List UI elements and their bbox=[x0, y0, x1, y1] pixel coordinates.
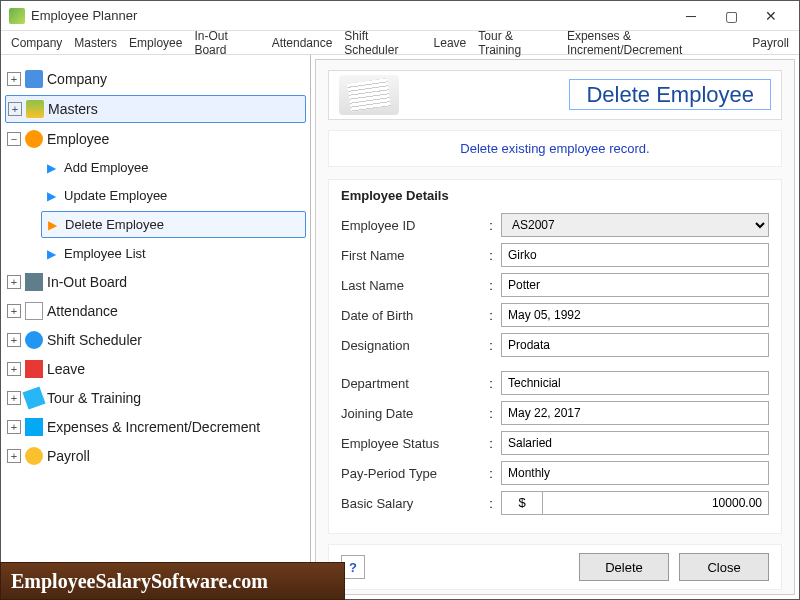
coin-icon bbox=[25, 447, 43, 465]
label-dob: Date of Birth bbox=[341, 308, 481, 323]
first-name-field[interactable] bbox=[501, 243, 769, 267]
button-bar: ? Delete Close bbox=[328, 544, 782, 590]
row-designation: Designation: bbox=[341, 333, 769, 357]
company-icon bbox=[25, 70, 43, 88]
employee-details: Employee Details Employee ID: AS2007 Fir… bbox=[328, 179, 782, 534]
dob-field[interactable] bbox=[501, 303, 769, 327]
calendar-icon bbox=[25, 360, 43, 378]
arrow-icon: ▶ bbox=[47, 161, 56, 175]
expenses-icon bbox=[25, 418, 43, 436]
tree-label: Shift Scheduler bbox=[47, 332, 142, 348]
expand-icon[interactable]: + bbox=[7, 72, 21, 86]
tree-label: Leave bbox=[47, 361, 85, 377]
label-designation: Designation bbox=[341, 338, 481, 353]
plane-icon bbox=[22, 386, 45, 409]
tree-masters[interactable]: +Masters bbox=[5, 95, 306, 123]
page-title-wrap: Delete Employee bbox=[399, 82, 771, 108]
menu-attendance[interactable]: Attendance bbox=[266, 33, 339, 53]
employee-icon bbox=[25, 130, 43, 148]
page-header: Delete Employee bbox=[328, 70, 782, 120]
nav-tree: +Company +Masters −Employee ▶Add Employe… bbox=[1, 55, 311, 599]
content-area: +Company +Masters −Employee ▶Add Employe… bbox=[1, 55, 799, 599]
tree-add-employee[interactable]: ▶Add Employee bbox=[41, 155, 306, 180]
tree-update-employee[interactable]: ▶Update Employee bbox=[41, 183, 306, 208]
row-first-name: First Name: bbox=[341, 243, 769, 267]
expand-icon[interactable]: + bbox=[7, 333, 21, 347]
row-status: Employee Status: bbox=[341, 431, 769, 455]
expand-icon[interactable]: + bbox=[7, 275, 21, 289]
expand-icon[interactable]: + bbox=[7, 420, 21, 434]
app-icon bbox=[9, 8, 25, 24]
tree-tour[interactable]: +Tour & Training bbox=[5, 385, 306, 411]
row-department: Department: bbox=[341, 371, 769, 395]
menu-employee[interactable]: Employee bbox=[123, 33, 188, 53]
tree-label: Employee List bbox=[64, 246, 146, 261]
tree-label: Company bbox=[47, 71, 107, 87]
label-status: Employee Status bbox=[341, 436, 481, 451]
tree-label: Expenses & Increment/Decrement bbox=[47, 419, 260, 435]
tree-label: Add Employee bbox=[64, 160, 149, 175]
attendance-icon bbox=[25, 302, 43, 320]
row-last-name: Last Name: bbox=[341, 273, 769, 297]
tree-attendance[interactable]: +Attendance bbox=[5, 298, 306, 324]
menu-company[interactable]: Company bbox=[5, 33, 68, 53]
masters-icon bbox=[26, 100, 44, 118]
menu-payroll[interactable]: Payroll bbox=[746, 33, 795, 53]
last-name-field[interactable] bbox=[501, 273, 769, 297]
tree-shift[interactable]: +Shift Scheduler bbox=[5, 327, 306, 353]
app-window: Employee Planner ─ ▢ ✕ Company Masters E… bbox=[0, 0, 800, 600]
label-employee-id: Employee ID bbox=[341, 218, 481, 233]
tree-company[interactable]: +Company bbox=[5, 66, 306, 92]
row-joining: Joining Date: bbox=[341, 401, 769, 425]
joining-field[interactable] bbox=[501, 401, 769, 425]
menu-masters[interactable]: Masters bbox=[68, 33, 123, 53]
expand-icon[interactable]: + bbox=[7, 391, 21, 405]
arrow-icon: ▶ bbox=[48, 218, 57, 232]
instruction-text: Delete existing employee record. bbox=[328, 130, 782, 167]
app-title: Employee Planner bbox=[31, 8, 671, 23]
expand-icon[interactable]: + bbox=[8, 102, 22, 116]
tree-payroll[interactable]: +Payroll bbox=[5, 443, 306, 469]
payperiod-field[interactable] bbox=[501, 461, 769, 485]
label-department: Department bbox=[341, 376, 481, 391]
row-employee-id: Employee ID: AS2007 bbox=[341, 213, 769, 237]
tree-inout[interactable]: +In-Out Board bbox=[5, 269, 306, 295]
menubar: Company Masters Employee In-Out Board At… bbox=[1, 31, 799, 55]
tree-label: Tour & Training bbox=[47, 390, 141, 406]
tree-leave[interactable]: +Leave bbox=[5, 356, 306, 382]
tree-label: Delete Employee bbox=[65, 217, 164, 232]
section-title: Employee Details bbox=[341, 188, 769, 203]
tree-employee-list[interactable]: ▶Employee List bbox=[41, 241, 306, 266]
delete-button[interactable]: Delete bbox=[579, 553, 669, 581]
salary-field[interactable] bbox=[543, 491, 769, 515]
designation-field[interactable] bbox=[501, 333, 769, 357]
expand-icon[interactable]: + bbox=[7, 449, 21, 463]
board-icon bbox=[25, 273, 43, 291]
tree-employee[interactable]: −Employee bbox=[5, 126, 306, 152]
tree-expenses[interactable]: +Expenses & Increment/Decrement bbox=[5, 414, 306, 440]
footer-brand: EmployeeSalarySoftware.com bbox=[0, 562, 345, 600]
status-field[interactable] bbox=[501, 431, 769, 455]
tree-label: Update Employee bbox=[64, 188, 167, 203]
tree-label: Masters bbox=[48, 101, 98, 117]
row-dob: Date of Birth: bbox=[341, 303, 769, 327]
tree-delete-employee[interactable]: ▶Delete Employee bbox=[41, 211, 306, 238]
close-button[interactable]: ✕ bbox=[751, 3, 791, 29]
expand-icon[interactable]: + bbox=[7, 304, 21, 318]
currency-symbol: $ bbox=[501, 491, 543, 515]
expand-icon[interactable]: + bbox=[7, 362, 21, 376]
menu-leave[interactable]: Leave bbox=[428, 33, 473, 53]
tree-label: Employee bbox=[47, 131, 109, 147]
collapse-icon[interactable]: − bbox=[7, 132, 21, 146]
label-last-name: Last Name bbox=[341, 278, 481, 293]
employee-id-select[interactable]: AS2007 bbox=[501, 213, 769, 237]
label-joining: Joining Date bbox=[341, 406, 481, 421]
department-field[interactable] bbox=[501, 371, 769, 395]
main-panel: Delete Employee Delete existing employee… bbox=[315, 59, 795, 595]
page-title: Delete Employee bbox=[569, 79, 771, 110]
close-panel-button[interactable]: Close bbox=[679, 553, 769, 581]
tree-label: Attendance bbox=[47, 303, 118, 319]
clock-icon bbox=[25, 331, 43, 349]
label-salary: Basic Salary bbox=[341, 496, 481, 511]
tree-label: In-Out Board bbox=[47, 274, 127, 290]
